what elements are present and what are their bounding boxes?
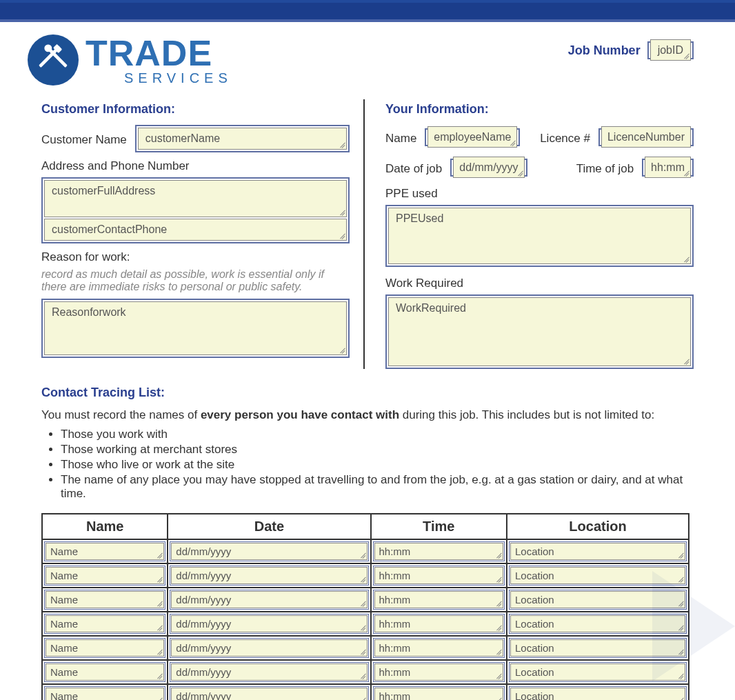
- addr-label: Address and Phone Number: [41, 159, 350, 173]
- table-row: Namedd/mm/yyyyhh:mmLocation: [42, 612, 689, 636]
- ppe-label: PPE used: [385, 187, 694, 201]
- ct-name-input[interactable]: Name: [46, 639, 164, 657]
- employee-name-label: Name: [385, 132, 416, 146]
- date-input[interactable]: dd/mm/yyyy: [453, 157, 524, 178]
- tracing-bullet: The name of any place you may have stopp…: [61, 473, 694, 501]
- customer-name-label: Customer Name: [41, 133, 127, 147]
- logo-icon: [28, 34, 79, 86]
- job-number-label: Job Number: [568, 43, 641, 58]
- logo-text: TRADE SERVICES: [85, 35, 232, 85]
- ct-time-input[interactable]: hh:mm: [374, 688, 504, 700]
- ct-name-input[interactable]: Name: [46, 688, 164, 700]
- ct-time-input[interactable]: hh:mm: [374, 663, 504, 681]
- bg-arrow-decoration: [652, 571, 735, 681]
- time-label: Time of job: [576, 162, 634, 176]
- time-input[interactable]: hh:mm: [645, 157, 691, 178]
- tracing-intro: You must record the names of every perso…: [41, 408, 694, 422]
- ct-time-input[interactable]: hh:mm: [374, 543, 504, 560]
- customer-phone-input[interactable]: customerContactPhone: [44, 219, 347, 241]
- job-number-input[interactable]: jobID: [650, 39, 691, 61]
- ct-time-input[interactable]: hh:mm: [374, 567, 504, 584]
- date-label: Date of job: [385, 162, 442, 176]
- tracing-intro-strong: every person you have contact with: [201, 408, 399, 421]
- table-row: Namedd/mm/yyyyhh:mmLocation: [42, 636, 689, 660]
- customer-address-input[interactable]: customerFullAddress: [44, 180, 347, 217]
- ct-time-input[interactable]: hh:mm: [374, 591, 504, 608]
- tracing-bullet: Those working at merchant stores: [61, 443, 694, 457]
- job-number: Job Number jobID: [568, 34, 707, 59]
- reason-input[interactable]: Reasonforwork: [44, 301, 347, 355]
- tracing-intro-pre: You must record the names of: [41, 408, 201, 421]
- yourinfo-column: Your Information: Name employeeName Lice…: [385, 99, 694, 369]
- ct-name-input[interactable]: Name: [46, 543, 164, 560]
- addr-phone-group: customerFullAddress customerContactPhone: [41, 177, 350, 243]
- ct-date-input[interactable]: dd/mm/yyyy: [171, 688, 367, 700]
- reason-label: Reason for work:: [41, 250, 350, 264]
- header: TRADE SERVICES Job Number jobID: [0, 34, 735, 92]
- table-row: Namedd/mm/yyyyhh:mmLocation: [42, 539, 689, 563]
- ct-date-input[interactable]: dd/mm/yyyy: [171, 639, 367, 657]
- brand-sub: SERVICES: [124, 71, 232, 85]
- work-required-input[interactable]: WorkRequired: [388, 297, 691, 366]
- ct-date-input[interactable]: dd/mm/yyyy: [171, 591, 367, 608]
- top-banner: [0, 0, 735, 22]
- page: TRADE SERVICES Job Number jobID Customer…: [0, 0, 735, 700]
- yourinfo-section-title: Your Information:: [385, 102, 694, 117]
- contact-tracing-section: Contact Tracing List: You must record th…: [0, 376, 735, 700]
- ct-date-input[interactable]: dd/mm/yyyy: [171, 615, 367, 632]
- th-location: Location: [507, 514, 689, 539]
- tracing-bullet: Those who live or work at the site: [61, 458, 694, 472]
- table-row: Namedd/mm/yyyyhh:mmLocation: [42, 588, 689, 612]
- tracing-intro-post: during this job. This includes but is no…: [399, 408, 654, 421]
- logo: TRADE SERVICES: [28, 34, 232, 86]
- customer-section-title: Customer Information:: [41, 102, 350, 117]
- th-date: Date: [168, 514, 370, 539]
- reason-hint: record as much detail as possible, work …: [41, 268, 350, 293]
- ct-date-input[interactable]: dd/mm/yyyy: [171, 567, 367, 584]
- form-columns: Customer Information: Customer Name cust…: [0, 92, 735, 376]
- brand-main: TRADE: [85, 35, 232, 71]
- ct-date-input[interactable]: dd/mm/yyyy: [171, 543, 367, 560]
- ct-name-input[interactable]: Name: [46, 663, 164, 681]
- table-row: Namedd/mm/yyyyhh:mmLocation: [42, 660, 689, 684]
- customer-name-input[interactable]: customerName: [138, 128, 347, 150]
- tracing-title: Contact Tracing List:: [41, 386, 694, 400]
- work-required-label: Work Required: [385, 277, 694, 290]
- ct-time-input[interactable]: hh:mm: [374, 639, 504, 657]
- customer-column: Customer Information: Customer Name cust…: [41, 99, 365, 369]
- ppe-input[interactable]: PPEUsed: [388, 208, 691, 264]
- employee-name-input[interactable]: employeeName: [427, 126, 517, 148]
- ct-name-input[interactable]: Name: [46, 591, 164, 608]
- licence-input[interactable]: LicenceNumber: [601, 126, 691, 148]
- ct-date-input[interactable]: dd/mm/yyyy: [171, 663, 367, 681]
- ct-name-input[interactable]: Name: [46, 567, 164, 584]
- ct-name-input[interactable]: Name: [46, 615, 164, 632]
- table-row: Namedd/mm/yyyyhh:mmLocation: [42, 684, 689, 700]
- ct-location-input[interactable]: Location: [510, 688, 685, 700]
- th-name: Name: [42, 514, 168, 539]
- th-time: Time: [371, 514, 507, 539]
- contact-tracing-table: Name Date Time Location Namedd/mm/yyyyhh…: [41, 513, 689, 700]
- table-row: Namedd/mm/yyyyhh:mmLocation: [42, 563, 689, 588]
- ct-time-input[interactable]: hh:mm: [374, 615, 504, 632]
- licence-label: Licence #: [540, 132, 590, 146]
- tracing-bullets: Those you work withThose working at merc…: [61, 428, 694, 501]
- tracing-bullet: Those you work with: [61, 428, 694, 441]
- ct-location-input[interactable]: Location: [510, 543, 685, 560]
